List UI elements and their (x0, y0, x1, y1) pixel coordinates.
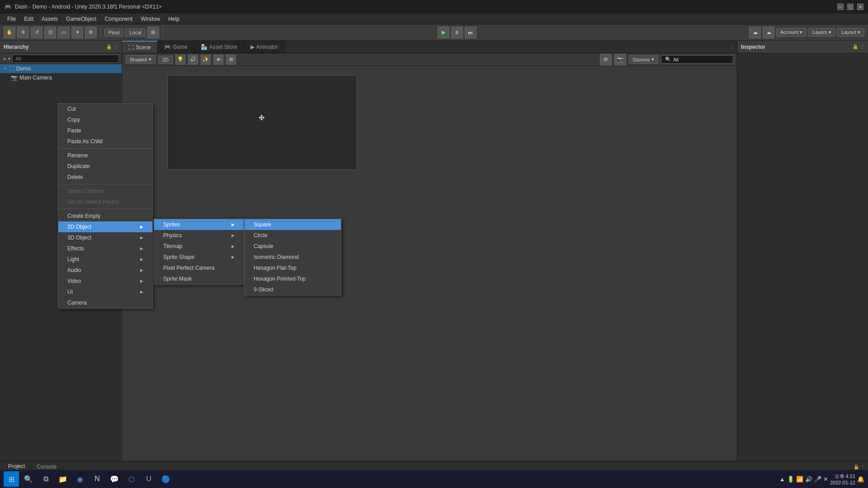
title-text: Dash - Demo - Android - Unity 2020.3.18f… (15, 4, 162, 10)
ctx-ui[interactable]: UI ▶ (58, 286, 152, 297)
ctx-create-empty[interactable]: Create Empty (58, 211, 152, 221)
menu-edit[interactable]: Edit (20, 15, 37, 23)
hierarchy-lock-icon[interactable]: 🔓 (106, 44, 112, 49)
submenu-2d-sprite-mask[interactable]: Sprite Mask (154, 273, 244, 284)
ctx-copy[interactable]: Copy (58, 114, 152, 125)
vscode-button[interactable]: ⬡ (124, 471, 139, 487)
layout-dropdown[interactable]: Layout ▾ (837, 28, 864, 37)
scene-audio-icon[interactable]: 🔊 (188, 55, 198, 65)
ctx-audio[interactable]: Audio ▶ (58, 265, 152, 276)
tab-animator[interactable]: ▶ Animator (244, 41, 285, 53)
ctx-duplicate[interactable]: Duplicate (58, 161, 152, 172)
play-button[interactable]: ▶ (438, 27, 449, 38)
menu-help[interactable]: Help (165, 15, 183, 23)
inspector-more-icon[interactable]: ⋮ (860, 44, 864, 49)
taskview-button[interactable]: ⧉ (38, 471, 53, 487)
submenu-sprite-isometric-diamond[interactable]: Isometric Diamond (245, 252, 341, 263)
ctx-light[interactable]: Light ▶ (58, 254, 152, 265)
scale-tool[interactable]: ⊡ (44, 27, 56, 38)
pivot-toggle[interactable]: Pivot (104, 28, 123, 37)
rotate-tool[interactable]: ↺ (31, 27, 42, 38)
hierarchy-item-camera[interactable]: 📷 Main Camera (0, 73, 122, 82)
pause-button[interactable]: ⏸ (451, 27, 463, 38)
hierarchy-label-camera: Main Camera (19, 75, 52, 81)
submenu-2d-sprites[interactable]: Sprites ▶ (154, 219, 244, 230)
unity-button[interactable]: U (141, 471, 156, 487)
scene-hidden-icon[interactable]: 👁 (213, 55, 223, 65)
cloud-button[interactable]: ☁ (763, 27, 774, 38)
shading-dropdown[interactable]: Shaded ▾ (126, 55, 156, 64)
menu-file[interactable]: File (4, 15, 19, 23)
submenu-sprite-capsule[interactable]: Capsule (245, 241, 341, 252)
maximize-button[interactable]: □ (847, 4, 854, 10)
menu-component[interactable]: Component (101, 15, 136, 23)
tab-asset-store[interactable]: 🏪 Asset Store (194, 41, 244, 53)
inspector-lock-icon[interactable]: 🔓 (853, 44, 858, 49)
tab-scene[interactable]: ⛶ Scene (122, 41, 158, 53)
submenu-sprite-hexagon-flat[interactable]: Hexagon Flat-Top (245, 263, 341, 273)
kakao-button[interactable]: 💬 (107, 471, 122, 487)
collab-button[interactable]: ☁ (749, 27, 761, 38)
submenu-2d-physics[interactable]: Physics ▶ (154, 230, 244, 241)
submenu-sprite-hexagon-pointed[interactable]: Hexagon Pointed-Top (245, 273, 341, 284)
move-tool[interactable]: ✛ (17, 27, 29, 38)
menu-window[interactable]: Window (137, 15, 164, 23)
minimize-button[interactable]: ─ (837, 4, 844, 10)
search-taskbar-button[interactable]: 🔍 (21, 471, 36, 487)
close-button[interactable]: ✕ (857, 4, 863, 10)
2d-toggle[interactable]: 2D (158, 56, 173, 64)
ctx-3d-object[interactable]: 3D Object ▶ (58, 232, 152, 243)
scene-settings-icon[interactable]: ⚙ (600, 54, 612, 66)
local-toggle[interactable]: Local (125, 28, 145, 37)
ctx-paste-as-child[interactable]: Paste As Child (58, 136, 152, 147)
scene-tab-icon: ⛶ (128, 44, 134, 51)
ctx-video[interactable]: Video ▶ (58, 276, 152, 286)
scene-light-icon[interactable]: 💡 (175, 55, 185, 65)
project-more-icon[interactable]: ⋮ (861, 465, 865, 469)
transform-tool[interactable]: ✦ (71, 27, 83, 38)
chrome-button[interactable]: ◉ (72, 471, 88, 487)
hierarchy-arrow-icon[interactable]: ▾ (8, 56, 10, 61)
title-bar-left: 🎮 Dash - Demo - Android - Unity 2020.3.1… (5, 4, 162, 10)
hand-tool[interactable]: ✋ (4, 27, 15, 38)
scene-fx-icon[interactable]: ✨ (201, 55, 211, 65)
ctx-delete[interactable]: Delete (58, 172, 152, 183)
grid-toggle[interactable]: ⊞ (147, 27, 159, 38)
ctx-effects[interactable]: Effects ▶ (58, 243, 152, 254)
submenu-sprite-square[interactable]: Square (245, 219, 341, 230)
custom-tool[interactable]: ⚙ (85, 27, 97, 38)
scene-panel-more-icon[interactable]: ⋮ (730, 44, 734, 49)
scene-grid-icon[interactable]: ⊞ (226, 55, 236, 65)
step-button[interactable]: ⏭ (465, 27, 476, 38)
submenu-sprite-circle[interactable]: Circle (245, 230, 341, 241)
submenu-2d-sprite-shape[interactable]: Sprite Shape ▶ (154, 252, 244, 263)
start-button[interactable]: ⊞ (4, 471, 19, 487)
hierarchy-item-demo[interactable]: ▼ ⛶ Demo (0, 64, 122, 73)
hierarchy-add-icon[interactable]: + (3, 55, 6, 62)
gizmos-dropdown[interactable]: Gizmos ▾ (629, 55, 658, 64)
ctx-camera[interactable]: Camera (58, 297, 152, 308)
account-dropdown[interactable]: Account ▾ (776, 28, 807, 37)
tab-game[interactable]: 🎮 Game (158, 41, 194, 53)
hierarchy-more-icon[interactable]: ⋮ (113, 44, 118, 49)
rect-tool[interactable]: ▭ (58, 27, 70, 38)
camera-icon: 📷 (11, 75, 18, 81)
submenu-2d-tilemap[interactable]: Tilemap ▶ (154, 241, 244, 252)
ctx-paste[interactable]: Paste (58, 125, 152, 136)
menu-gameobject[interactable]: GameObject (62, 15, 100, 23)
scene-search[interactable]: 🔍 All (661, 55, 733, 64)
ctx-cut[interactable]: Cut (58, 103, 152, 114)
unity-hub-button[interactable]: 🔵 (158, 471, 174, 487)
scene-camera-btn[interactable]: 📷 (614, 54, 626, 66)
ctx-2d-object[interactable]: 2D Object ▶ (58, 221, 152, 232)
project-lock-icon[interactable]: 🔓 (854, 465, 859, 469)
submenu-sprite-9sliced[interactable]: 9-Sliced (245, 284, 341, 295)
layers-dropdown[interactable]: Layers ▾ (808, 28, 835, 37)
ctx-rename[interactable]: Rename (58, 150, 152, 161)
submenu-2d-pixel-perfect[interactable]: Pixel Perfect Camera (154, 263, 244, 273)
systray-notification-icon[interactable]: 🔔 (857, 476, 864, 483)
hierarchy-search[interactable] (12, 55, 119, 63)
notion-button[interactable]: N (90, 471, 105, 487)
menu-assets[interactable]: Assets (38, 15, 61, 23)
explorer-button[interactable]: 📁 (55, 471, 71, 487)
